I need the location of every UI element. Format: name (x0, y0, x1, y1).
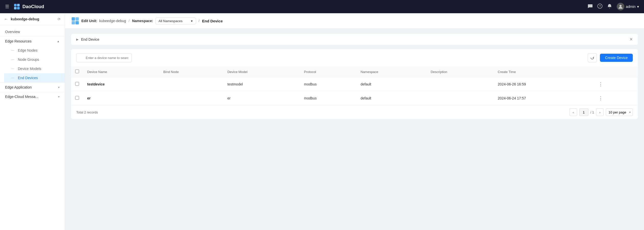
filter-box: ▶ End Device ✕ (71, 34, 638, 45)
svg-rect-10 (75, 21, 79, 24)
table-row: testdevice testmodel modbus default 2024… (71, 77, 638, 91)
breadcrumb-sep2: / (199, 19, 200, 23)
row2-actions-cell: ⋮ (592, 91, 638, 105)
svg-rect-0 (14, 4, 17, 6)
namespace-value: All Namespaces (159, 19, 183, 23)
edge-application-label: Edge Application (5, 85, 32, 89)
content-area: ▶ End Device ✕ (65, 29, 644, 124)
svg-rect-8 (75, 17, 79, 21)
filter-header[interactable]: ▶ End Device ✕ (71, 34, 638, 45)
row2-bind-node (159, 91, 223, 105)
prev-page-button[interactable]: ‹ (570, 108, 577, 116)
header-actions (592, 66, 638, 77)
breadcrumb-bar: Edit Unit: kubeedge-debug / Namespace: A… (65, 13, 644, 29)
breadcrumb-sep1: / (128, 19, 130, 23)
sidebar-item-node-groups[interactable]: Node Groups (4, 55, 65, 64)
user-chevron-icon: ▾ (637, 5, 639, 9)
svg-rect-9 (72, 21, 75, 24)
refresh-icon (590, 56, 594, 60)
select-all-checkbox[interactable] (75, 69, 79, 73)
header-description: Description (427, 66, 494, 77)
overview-label: Overview (5, 30, 20, 34)
row2-device-name: er (83, 91, 159, 105)
edge-application-arrow-icon: ▾ (58, 86, 60, 89)
row2-description (427, 91, 494, 105)
row1-namespace: default (356, 77, 427, 91)
create-device-button[interactable]: Create Device (600, 54, 633, 62)
main-content: Edit Unit: kubeedge-debug / Namespace: A… (65, 13, 644, 230)
edit-unit-label: Edit Unit: (81, 19, 97, 23)
filter-close-button[interactable]: ✕ (629, 37, 633, 42)
header-device-model: Device Model (223, 66, 300, 77)
header-namespace: Namespace (356, 66, 427, 77)
search-wrapper (76, 53, 173, 62)
row2-create-time: 2024-06-24 17:57 (494, 91, 592, 105)
row2-checkbox[interactable] (75, 96, 79, 100)
namespace-label: Namespace: (132, 19, 153, 23)
sidebar-section-edge-resources[interactable]: Edge Resources ▲ (0, 36, 65, 46)
row2-device-model: er (223, 91, 300, 105)
sidebar-item-end-devices[interactable]: End Devices (4, 73, 65, 82)
table-header-row: Device Name Bind Node Device Model Proto… (71, 66, 638, 77)
row1-device-name: testdevice (83, 77, 159, 91)
edge-cloud-messaging-arrow-icon: ▾ (58, 95, 60, 98)
sidebar-section-edge-application[interactable]: Edge Application ▾ (0, 82, 65, 92)
sidebar-header: ← kubeedge-debug ⟳ (0, 13, 65, 25)
row1-checkbox[interactable] (75, 82, 79, 86)
table-refresh-button[interactable] (588, 53, 597, 62)
user-avatar (617, 3, 624, 10)
row2-more-button[interactable]: ⋮ (596, 94, 605, 102)
bell-icon[interactable] (607, 4, 612, 10)
header-bind-node: Bind Node (159, 66, 223, 77)
top-navigation: ☰ DaoCloud ? admin ▾ (0, 0, 644, 13)
row1-more-button[interactable]: ⋮ (596, 80, 605, 88)
row1-checkbox-cell (71, 77, 83, 91)
namespace-select[interactable]: All Namespaces ▾ (155, 18, 196, 24)
sidebar-workspace-title: kubeedge-debug (11, 17, 55, 21)
header-create-time: Create Time (494, 66, 592, 77)
main-layout: ← kubeedge-debug ⟳ Overview Edge Resourc… (0, 13, 644, 230)
row1-description (427, 77, 494, 91)
row1-bind-node (159, 77, 223, 91)
svg-rect-2 (14, 7, 17, 9)
nav-icon-group: ? admin ▾ (588, 3, 639, 10)
edge-cloud-messaging-label: Edge-Cloud Messa... (5, 95, 38, 99)
message-icon[interactable] (588, 4, 593, 10)
row1-actions-cell: ⋮ (592, 77, 638, 91)
breadcrumb-page-label: End Device (202, 19, 223, 23)
user-menu[interactable]: admin ▾ (617, 3, 639, 10)
per-page-select[interactable]: 10 per page 20 per page 50 per page (606, 108, 633, 116)
sidebar: ← kubeedge-debug ⟳ Overview Edge Resourc… (0, 13, 65, 230)
search-input[interactable] (76, 53, 132, 62)
hamburger-menu[interactable]: ☰ (5, 4, 9, 9)
table-row: er er modbus default 2024-06-24 17:57 ⋮ (71, 91, 638, 105)
sidebar-item-edge-nodes[interactable]: Edge Nodes (4, 46, 65, 55)
header-checkbox-cell (71, 66, 83, 77)
sidebar-item-device-models[interactable]: Device Models (4, 64, 65, 73)
back-button[interactable]: ← (4, 17, 8, 21)
page-number-input[interactable] (579, 108, 588, 116)
brand-icon (13, 3, 20, 10)
total-records: Total 2 records (76, 110, 98, 114)
filter-title: End Device (81, 37, 99, 41)
table-card: Create Device Device Name Bind Node Devi… (71, 49, 638, 119)
next-page-button[interactable]: › (596, 108, 604, 116)
sidebar-item-overview[interactable]: Overview (0, 27, 65, 36)
sidebar-section-edge-cloud-messaging[interactable]: Edge-Cloud Messa... ▾ (0, 92, 65, 101)
namespace-chevron-icon: ▾ (191, 19, 193, 23)
pagination-bar: Total 2 records ‹ / 1 › 10 per page 20 p… (71, 105, 638, 119)
svg-rect-3 (17, 7, 20, 9)
per-page-wrapper: 10 per page 20 per page 50 per page (606, 108, 633, 116)
page-separator: / 1 (590, 110, 594, 114)
svg-text:?: ? (599, 5, 601, 8)
user-name: admin (626, 5, 636, 9)
brand-logo: DaoCloud (13, 3, 44, 10)
header-protocol: Protocol (300, 66, 356, 77)
sidebar-sub-edge-resources: Edge Nodes Node Groups Device Models End… (0, 46, 65, 82)
brand-name: DaoCloud (22, 4, 44, 9)
help-icon[interactable]: ? (597, 4, 602, 10)
svg-rect-1 (17, 4, 20, 6)
row2-protocol: modbus (300, 91, 356, 105)
sidebar-refresh-button[interactable]: ⟳ (58, 17, 61, 21)
filter-expand-icon: ▶ (76, 38, 79, 41)
